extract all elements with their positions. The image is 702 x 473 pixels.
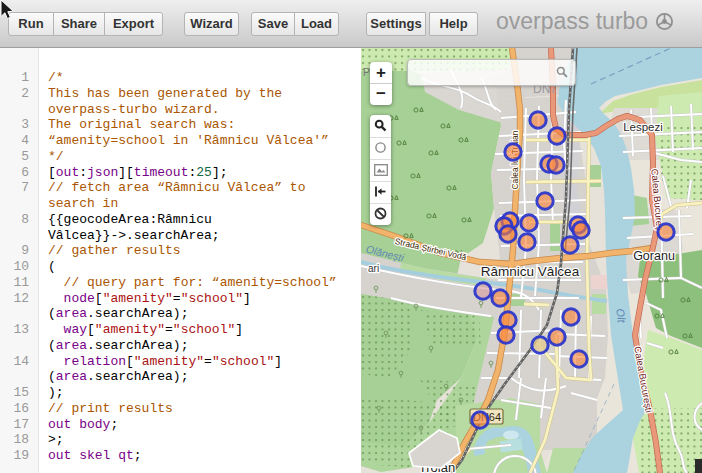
svg-text:Râmnicu Vâlcea: Râmnicu Vâlcea <box>481 264 580 279</box>
svg-text:Goranu: Goranu <box>633 249 675 263</box>
svg-text:Lespezi: Lespezi <box>623 121 663 133</box>
svg-text:P: P <box>363 67 370 78</box>
svg-text:ari: ari <box>368 263 379 274</box>
svg-text:Olt: Olt <box>614 308 628 324</box>
